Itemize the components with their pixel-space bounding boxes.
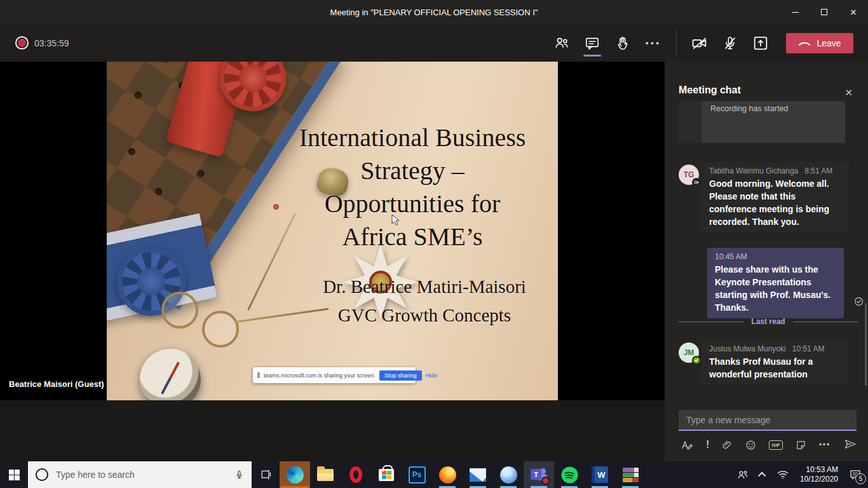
- participants-button[interactable]: [546, 28, 577, 58]
- firefox-icon: [439, 466, 456, 484]
- cortana-icon: [36, 468, 48, 481]
- file-explorer-icon: [317, 469, 334, 481]
- taskbar-app-teams[interactable]: T: [524, 461, 554, 488]
- taskbar-clock[interactable]: 10:53 AM 10/12/2020: [800, 465, 838, 484]
- chat-button[interactable]: [577, 28, 607, 58]
- maximize-button[interactable]: [810, 0, 839, 24]
- chat-close-button[interactable]: ✕: [844, 87, 853, 98]
- stop-sharing-button[interactable]: Stop sharing: [379, 370, 422, 381]
- gif-icon[interactable]: GIF: [769, 440, 782, 450]
- taskbar-app-photoshop[interactable]: Ps: [402, 461, 432, 488]
- send-message-icon[interactable]: [844, 438, 857, 451]
- taskbar-app-mail[interactable]: [463, 461, 493, 488]
- recording-dot-icon: [18, 39, 26, 47]
- start-button[interactable]: [0, 461, 28, 488]
- format-icon[interactable]: [681, 440, 693, 451]
- minimize-button[interactable]: [780, 0, 810, 24]
- available-status-badge: [692, 356, 701, 365]
- action-center-button[interactable]: 5: [849, 469, 862, 480]
- close-button[interactable]: ✕: [839, 0, 868, 24]
- screen-share-bar: teams.microsoft.com is sharing your scre…: [253, 367, 416, 383]
- message-time: 10:51 AM: [792, 344, 825, 353]
- message-time: 8:51 AM: [804, 166, 832, 175]
- system-message-text: Recording has started: [710, 104, 788, 113]
- mouse-cursor: [391, 214, 400, 226]
- message-seen-icon: [854, 297, 864, 306]
- message-text: Please share with us the Keynote Present…: [715, 263, 836, 314]
- hide-share-bar-link[interactable]: Hide: [426, 372, 438, 379]
- shared-slide: International Business Strategy – Opport…: [107, 62, 558, 400]
- window-controls: ✕: [780, 0, 868, 24]
- mic-off-button[interactable]: [715, 28, 745, 58]
- chat-message[interactable]: Justus Mulwa Munyoki 10:51 AM Thanks Pro…: [702, 340, 849, 385]
- presenter-name-label: Beatrice Maisori (Guest): [9, 379, 104, 389]
- importance-icon[interactable]: !: [706, 439, 709, 451]
- compose-more-icon[interactable]: •••: [819, 440, 831, 449]
- raise-hand-icon: [614, 35, 631, 51]
- share-screen-button[interactable]: [745, 28, 776, 58]
- wifi-icon[interactable]: [776, 470, 789, 480]
- meeting-chat-panel: Meeting chat ✕ Recording has started TG …: [665, 62, 868, 461]
- blue-browser-icon: [500, 466, 517, 484]
- tray-chevron-up-icon[interactable]: [758, 471, 766, 480]
- compose-actions: ! GIF •••: [681, 439, 831, 451]
- emoji-icon[interactable]: [745, 440, 756, 451]
- more-options-button[interactable]: •••: [638, 28, 668, 58]
- attach-icon[interactable]: [722, 440, 733, 451]
- taskbar-app-opera[interactable]: [341, 461, 371, 488]
- taskbar-app-explorer[interactable]: [310, 461, 341, 488]
- mail-icon: [470, 468, 486, 482]
- chat-message[interactable]: Tabitha Wairimu Gichanga 8:51 AM Good mo…: [702, 162, 849, 233]
- taskbar-app-store[interactable]: [371, 461, 402, 488]
- chat-scrollbar[interactable]: [865, 303, 867, 386]
- camera-off-button[interactable]: [684, 28, 715, 58]
- taskbar-app-firefox[interactable]: [432, 461, 463, 488]
- meeting-toolbar: 03:35:59 •••: [0, 24, 868, 62]
- task-view-button[interactable]: [252, 461, 280, 488]
- message-time: 10:45 AM: [715, 252, 836, 261]
- toolbar-buttons: ••• Leave: [546, 24, 853, 62]
- presentation-stage: International Business Strategy – Opport…: [0, 62, 665, 400]
- chat-message-input[interactable]: [679, 410, 857, 431]
- close-icon: ✕: [844, 87, 853, 98]
- taskbar-date: 10/12/2020: [800, 475, 838, 484]
- windows-logo-icon: [9, 470, 20, 480]
- avatar-tg: TG: [679, 165, 699, 185]
- task-view-icon: [259, 469, 272, 480]
- search-mic-icon[interactable]: [234, 469, 244, 480]
- tray-people-icon[interactable]: [736, 469, 749, 480]
- taskbar-time: 10:53 AM: [800, 465, 838, 475]
- taskbar-app-browser[interactable]: [493, 461, 524, 488]
- raise-hand-button[interactable]: [607, 28, 638, 58]
- slide-title: International Business Strategy – Opport…: [271, 121, 554, 254]
- microsoft-store-icon: [379, 469, 394, 481]
- avatar-jm-chat: JM: [679, 342, 699, 363]
- message-text: Thanks Prof Musau for a wonderful presen…: [709, 355, 841, 381]
- eyeglasses-lens-right: [202, 311, 239, 348]
- participants-icon: [553, 35, 570, 51]
- participants-strip: +18 WN PM PM FK KO HM Hilda Gatwiri Muru…: [0, 400, 665, 461]
- taskbar-search[interactable]: [28, 461, 252, 488]
- teams-icon: T: [531, 467, 547, 482]
- taskbar-app-word[interactable]: W: [585, 461, 615, 488]
- chat-panel-title: Meeting chat: [679, 85, 741, 96]
- system-message-bubble: Recording has started: [702, 101, 845, 143]
- own-chat-message[interactable]: 10:45 AM Please share with us the Keynot…: [707, 248, 844, 318]
- share-message: teams.microsoft.com is sharing your scre…: [264, 372, 376, 379]
- leave-button[interactable]: Leave: [786, 33, 853, 53]
- taskbar-search-input[interactable]: [56, 470, 227, 480]
- taskbar-app-winrar[interactable]: [615, 461, 646, 488]
- photoshop-icon: Ps: [409, 466, 426, 484]
- spotify-icon: [561, 466, 578, 484]
- slide-title-line: Africa SME’s: [271, 220, 554, 254]
- sticker-icon[interactable]: [796, 440, 806, 451]
- slide-title-line: International Business: [271, 121, 554, 154]
- maximize-icon: [821, 9, 827, 15]
- last-read-label: Last read: [751, 317, 785, 326]
- opera-icon: [349, 466, 362, 483]
- taskbar-app-spotify[interactable]: [554, 461, 585, 488]
- compass-decoration: [140, 349, 201, 400]
- eyeglasses-lens-left: [161, 292, 198, 329]
- taskbar-app-edge[interactable]: [280, 461, 310, 488]
- more-options-icon: •••: [646, 37, 661, 48]
